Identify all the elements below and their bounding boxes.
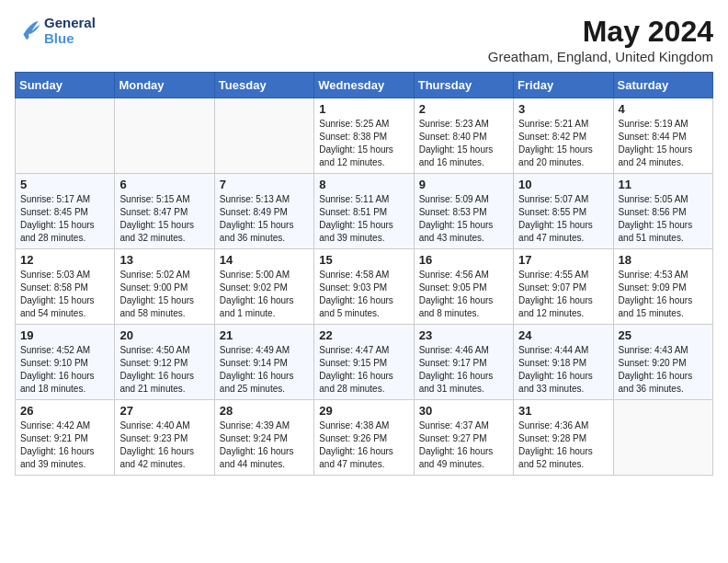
col-header-thursday: Thursday [414,73,513,98]
calendar-cell: 2Sunrise: 5:23 AM Sunset: 8:40 PM Daylig… [414,98,513,174]
day-info: Sunrise: 4:55 AM Sunset: 9:07 PM Dayligh… [518,269,608,320]
calendar-cell: 7Sunrise: 5:13 AM Sunset: 8:49 PM Daylig… [214,174,313,249]
day-info: Sunrise: 5:19 AM Sunset: 8:44 PM Dayligh… [619,118,708,169]
day-info: Sunrise: 4:46 AM Sunset: 9:17 PM Dayligh… [419,344,508,396]
day-number: 6 [119,178,209,191]
logo-icon [15,19,40,41]
day-number: 18 [619,253,708,267]
day-number: 20 [119,328,209,342]
calendar-cell: 3Sunrise: 5:21 AM Sunset: 8:42 PM Daylig… [514,98,613,174]
calendar-week-row: 12Sunrise: 5:03 AM Sunset: 8:58 PM Dayli… [16,249,713,325]
calendar-cell: 30Sunrise: 4:37 AM Sunset: 9:27 PM Dayli… [414,400,513,476]
day-info: Sunrise: 5:13 AM Sunset: 8:49 PM Dayligh… [220,193,309,245]
calendar-cell: 13Sunrise: 5:02 AM Sunset: 9:00 PM Dayli… [115,249,214,325]
day-info: Sunrise: 4:42 AM Sunset: 9:21 PM Dayligh… [20,419,109,471]
calendar-cell: 26Sunrise: 4:42 AM Sunset: 9:21 PM Dayli… [16,400,115,476]
calendar-cell [613,400,712,476]
day-number: 4 [619,102,708,116]
day-number: 21 [220,328,309,342]
day-number: 10 [518,178,608,191]
calendar-cell: 15Sunrise: 4:58 AM Sunset: 9:03 PM Dayli… [314,249,414,325]
calendar-cell: 31Sunrise: 4:36 AM Sunset: 9:28 PM Dayli… [514,400,613,476]
day-number: 25 [619,328,708,342]
day-info: Sunrise: 5:23 AM Sunset: 8:40 PM Dayligh… [419,118,508,169]
col-header-monday: Monday [115,73,214,98]
calendar-header-row: SundayMondayTuesdayWednesdayThursdayFrid… [16,73,713,98]
day-info: Sunrise: 4:49 AM Sunset: 9:14 PM Dayligh… [220,344,309,396]
day-info: Sunrise: 5:09 AM Sunset: 8:53 PM Dayligh… [419,193,508,245]
calendar-cell: 9Sunrise: 5:09 AM Sunset: 8:53 PM Daylig… [414,174,513,249]
day-info: Sunrise: 5:07 AM Sunset: 8:55 PM Dayligh… [518,193,608,245]
day-number: 7 [220,178,309,191]
calendar-cell: 8Sunrise: 5:11 AM Sunset: 8:51 PM Daylig… [314,174,414,249]
day-info: Sunrise: 5:05 AM Sunset: 8:56 PM Dayligh… [619,193,708,245]
day-info: Sunrise: 5:00 AM Sunset: 9:02 PM Dayligh… [220,269,309,320]
day-info: Sunrise: 4:43 AM Sunset: 9:20 PM Dayligh… [619,344,708,396]
day-number: 11 [619,178,708,191]
day-info: Sunrise: 4:44 AM Sunset: 9:18 PM Dayligh… [518,344,608,396]
day-number: 31 [518,404,608,418]
calendar-cell: 23Sunrise: 4:46 AM Sunset: 9:17 PM Dayli… [414,325,513,400]
col-header-saturday: Saturday [613,73,712,98]
page-header: General Blue May 2024 Greatham, England,… [15,15,713,64]
day-info: Sunrise: 5:21 AM Sunset: 8:42 PM Dayligh… [518,118,608,169]
title-block: May 2024 Greatham, England, United Kingd… [488,15,713,64]
day-number: 12 [20,253,109,267]
day-info: Sunrise: 4:37 AM Sunset: 9:27 PM Dayligh… [419,419,508,471]
calendar-cell: 10Sunrise: 5:07 AM Sunset: 8:55 PM Dayli… [514,174,613,249]
day-info: Sunrise: 4:38 AM Sunset: 9:26 PM Dayligh… [319,419,408,471]
calendar-cell: 6Sunrise: 5:15 AM Sunset: 8:47 PM Daylig… [115,174,214,249]
calendar-cell: 27Sunrise: 4:40 AM Sunset: 9:23 PM Dayli… [115,400,214,476]
month-year-title: May 2024 [488,15,713,49]
day-info: Sunrise: 5:02 AM Sunset: 9:00 PM Dayligh… [119,269,209,320]
day-info: Sunrise: 4:58 AM Sunset: 9:03 PM Dayligh… [319,269,408,320]
day-number: 29 [319,404,408,418]
calendar-cell [115,98,214,174]
day-info: Sunrise: 4:50 AM Sunset: 9:12 PM Dayligh… [119,344,209,396]
col-header-tuesday: Tuesday [214,73,313,98]
day-number: 17 [518,253,608,267]
calendar-cell: 18Sunrise: 4:53 AM Sunset: 9:09 PM Dayli… [613,249,712,325]
day-info: Sunrise: 5:25 AM Sunset: 8:38 PM Dayligh… [319,118,408,169]
day-info: Sunrise: 5:17 AM Sunset: 8:45 PM Dayligh… [20,193,109,245]
day-number: 30 [419,404,508,418]
day-info: Sunrise: 4:56 AM Sunset: 9:05 PM Dayligh… [419,269,508,320]
day-info: Sunrise: 5:03 AM Sunset: 8:58 PM Dayligh… [20,269,109,320]
day-number: 13 [119,253,209,267]
day-number: 23 [419,328,508,342]
calendar-cell: 1Sunrise: 5:25 AM Sunset: 8:38 PM Daylig… [314,98,414,174]
day-number: 27 [119,404,209,418]
day-number: 26 [20,404,109,418]
day-number: 28 [220,404,309,418]
day-info: Sunrise: 4:36 AM Sunset: 9:28 PM Dayligh… [518,419,608,471]
day-info: Sunrise: 4:47 AM Sunset: 9:15 PM Dayligh… [319,344,408,396]
day-info: Sunrise: 4:52 AM Sunset: 9:10 PM Dayligh… [20,344,109,396]
calendar-cell: 29Sunrise: 4:38 AM Sunset: 9:26 PM Dayli… [314,400,414,476]
day-number: 2 [419,102,508,116]
calendar-cell: 5Sunrise: 5:17 AM Sunset: 8:45 PM Daylig… [16,174,115,249]
col-header-sunday: Sunday [16,73,115,98]
col-header-friday: Friday [514,73,613,98]
location-subtitle: Greatham, England, United Kingdom [488,49,713,64]
day-number: 14 [220,253,309,267]
day-number: 22 [319,328,408,342]
calendar-cell: 19Sunrise: 4:52 AM Sunset: 9:10 PM Dayli… [16,325,115,400]
logo-text-line1: General [44,15,96,30]
calendar-cell: 21Sunrise: 4:49 AM Sunset: 9:14 PM Dayli… [214,325,313,400]
day-number: 8 [319,178,408,191]
logo-text-line2: Blue [44,30,96,46]
day-info: Sunrise: 5:15 AM Sunset: 8:47 PM Dayligh… [119,193,209,245]
calendar-cell [214,98,313,174]
day-number: 1 [319,102,408,116]
calendar-cell [16,98,115,174]
day-number: 5 [20,178,109,191]
day-number: 19 [20,328,109,342]
calendar-cell: 12Sunrise: 5:03 AM Sunset: 8:58 PM Dayli… [16,249,115,325]
calendar-cell: 24Sunrise: 4:44 AM Sunset: 9:18 PM Dayli… [514,325,613,400]
day-info: Sunrise: 4:40 AM Sunset: 9:23 PM Dayligh… [119,419,209,471]
calendar-week-row: 1Sunrise: 5:25 AM Sunset: 8:38 PM Daylig… [16,98,713,174]
day-info: Sunrise: 5:11 AM Sunset: 8:51 PM Dayligh… [319,193,408,245]
day-number: 3 [518,102,608,116]
calendar-cell: 22Sunrise: 4:47 AM Sunset: 9:15 PM Dayli… [314,325,414,400]
calendar-cell: 14Sunrise: 5:00 AM Sunset: 9:02 PM Dayli… [214,249,313,325]
